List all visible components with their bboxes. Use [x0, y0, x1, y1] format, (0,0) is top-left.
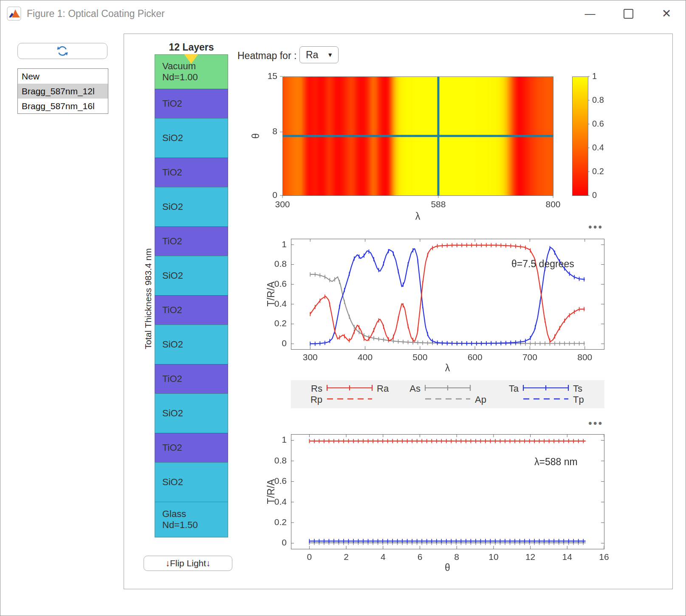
maximize-icon: [624, 9, 633, 19]
legend-line-sample: [326, 383, 373, 394]
layer-stack: VacuumNd=1.00TiO2SiO2TiO2SiO2TiO2SiO2TiO…: [155, 55, 228, 537]
listbox-item[interactable]: Bragg_587nm_16l: [18, 99, 108, 113]
axes-toolbar-angle[interactable]: •••: [588, 417, 603, 430]
legend-row: Ap: [404, 394, 492, 405]
legend-row: RsRa: [305, 383, 394, 394]
layer-sio2[interactable]: SiO2: [155, 187, 228, 227]
legend-group: RsRaRp: [305, 383, 394, 405]
layer-glass[interactable]: GlassNd=1.50: [155, 502, 228, 537]
total-thickness-label: Total Thickness 983.4 nm: [143, 55, 154, 543]
chevron-down-icon: ▼: [327, 51, 333, 58]
main-panel: 12 Layers Total Thickness 983.4 nm Vacuu…: [124, 34, 673, 589]
layer-sio2[interactable]: SiO2: [155, 462, 228, 502]
heatmap-canvas[interactable]: [247, 70, 621, 226]
minimize-button[interactable]: —: [571, 0, 609, 27]
heatmap-for-label: Heatmap for :: [237, 50, 296, 62]
layer-tio2[interactable]: TiO2: [155, 158, 228, 187]
maximize-button[interactable]: [609, 0, 647, 27]
listbox-item[interactable]: Bragg_587nm_12l: [18, 84, 108, 99]
flip-light-button[interactable]: ↓Flip Light↓: [144, 556, 232, 571]
layer-tio2[interactable]: TiO2: [155, 364, 228, 394]
figure-window: Figure 1: Optical Coating Picker — ✕ New…: [0, 0, 686, 616]
layer-tio2[interactable]: TiO2: [155, 89, 228, 119]
layer-sio2[interactable]: SiO2: [155, 118, 228, 158]
close-button[interactable]: ✕: [647, 0, 686, 27]
layer-sio2[interactable]: SiO2: [155, 256, 228, 296]
heatmap-quantity-dropdown[interactable]: Ra ▼: [299, 46, 339, 63]
legend-row: Rp: [305, 394, 394, 405]
listbox-item[interactable]: New: [18, 69, 108, 84]
layer-tio2[interactable]: TiO2: [155, 295, 228, 325]
axes-toolbar-spectrum[interactable]: •••: [588, 221, 603, 233]
refresh-button[interactable]: [17, 43, 107, 59]
titlebar[interactable]: Figure 1: Optical Coating Picker — ✕: [0, 0, 686, 27]
legend-line-sample: [424, 383, 471, 394]
angle-canvas: [264, 429, 617, 577]
layer-sio2[interactable]: SiO2: [155, 393, 228, 433]
window-title: Figure 1: Optical Coating Picker: [27, 8, 165, 20]
matlab-icon: [7, 6, 21, 21]
stack-title: 12 Layers: [155, 42, 228, 53]
spectrum-canvas: [264, 234, 617, 376]
lambda-annotation: λ=588 nm: [534, 456, 578, 468]
legend-group: AsAp: [404, 383, 492, 405]
refresh-icon: [56, 45, 69, 57]
layer-tio2[interactable]: TiO2: [155, 226, 228, 256]
legend-line-sample: [424, 394, 471, 405]
layer-sio2[interactable]: SiO2: [155, 325, 228, 365]
legend-row: TaTs: [502, 383, 590, 394]
dropdown-value: Ra: [306, 49, 318, 61]
legend-line-sample: [522, 383, 570, 394]
legend-row: As: [404, 383, 492, 394]
theta-annotation: θ=7.5 degrees: [511, 258, 574, 270]
coating-listbox[interactable]: NewBragg_587nm_12lBragg_587nm_16l: [17, 68, 108, 114]
legend: RsRaRpAsApTaTsTp: [291, 380, 604, 408]
legend-line-sample: [522, 394, 570, 405]
light-direction-marker: [184, 54, 198, 64]
layer-tio2[interactable]: TiO2: [155, 433, 228, 463]
window-controls: — ✕: [571, 0, 686, 27]
legend-line-sample: [326, 394, 373, 405]
legend-group: TaTsTp: [502, 383, 590, 405]
legend-row: Tp: [502, 394, 590, 405]
